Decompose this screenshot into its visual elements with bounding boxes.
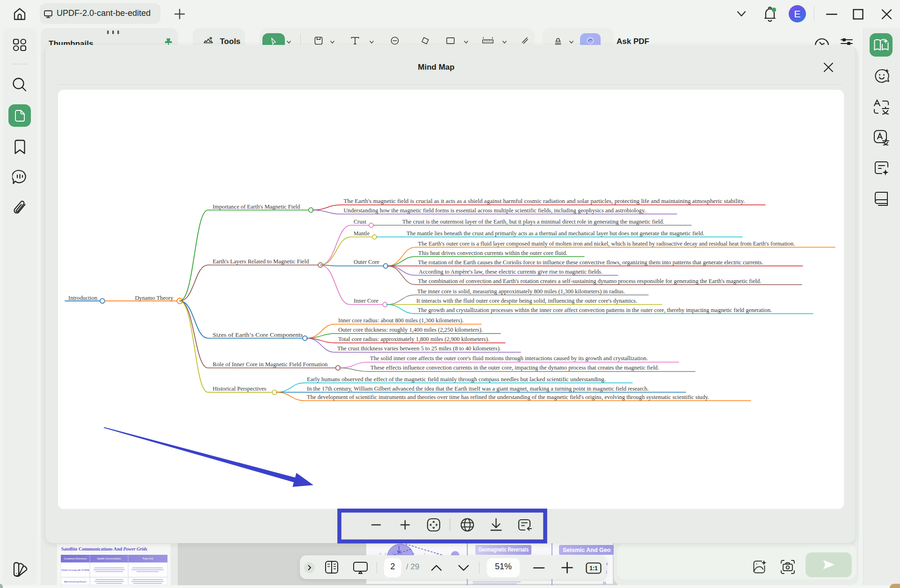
svg-text:is: is <box>603 581 606 585</box>
svg-text:Main Interfering Factors: Main Interfering Factors <box>64 581 87 583</box>
svg-text:Comparison Dimensions: Comparison Dimensions <box>64 558 87 560</box>
svg-text:Seismic And Geo: Seismic And Geo <box>563 547 611 553</box>
svg-text:Geomagnetic Reversals: Geomagnetic Reversals <box>479 546 529 553</box>
svg-text:Satellite Communications: Satellite Communications <box>97 558 122 560</box>
svg-text:1:1: 1:1 <box>589 565 598 572</box>
svg-text:Global Coverage (As Of 2024): Global Coverage (As Of 2024) <box>62 569 89 571</box>
svg-text:Power Grid: Power Grid <box>143 558 153 560</box>
